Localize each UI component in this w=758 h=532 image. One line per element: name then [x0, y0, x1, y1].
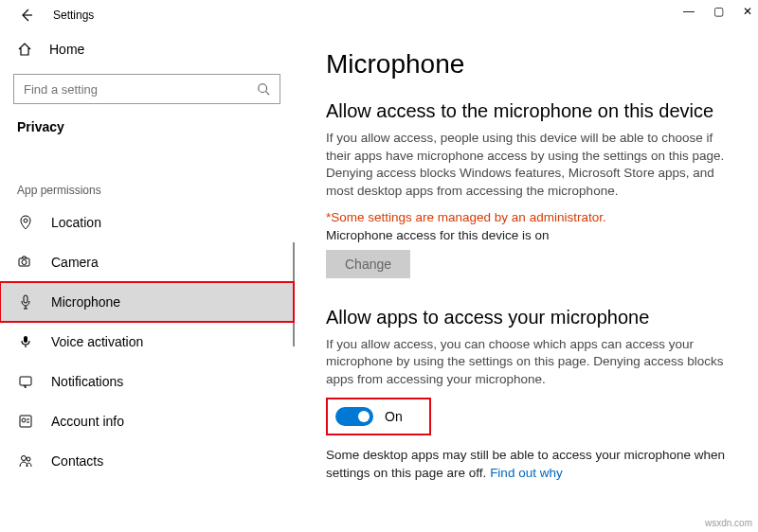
svg-point-0	[259, 84, 267, 93]
home-icon	[17, 42, 32, 57]
section-header: App permissions	[0, 174, 294, 203]
sidebar-item-label: Microphone	[51, 294, 120, 310]
device-access-status: Microphone access for this device is on	[326, 228, 726, 242]
toggle-state-label: On	[385, 409, 403, 424]
sidebar-item-label: Voice activation	[51, 334, 143, 349]
account-icon	[17, 414, 34, 429]
change-button[interactable]: Change	[326, 250, 410, 278]
apps-access-toggle[interactable]	[335, 407, 373, 426]
apps-access-toggle-wrap: On	[326, 398, 431, 435]
notification-icon	[17, 374, 34, 389]
sidebar-item-label: Contacts	[51, 453, 103, 469]
section1-body: If you allow access, people using this d…	[326, 130, 726, 201]
search-input-wrap[interactable]	[13, 74, 280, 104]
search-input[interactable]	[24, 82, 257, 97]
svg-point-1	[24, 219, 27, 222]
sidebar-item-label: Location	[51, 215, 101, 230]
sidebar-item-microphone[interactable]: Microphone	[0, 282, 294, 322]
section1-title: Allow access to the microphone on this d…	[326, 100, 726, 122]
home-link[interactable]: Home	[0, 30, 294, 68]
contacts-icon	[17, 453, 34, 469]
back-button[interactable]	[17, 8, 36, 23]
search-icon	[257, 82, 270, 96]
home-label: Home	[49, 42, 84, 57]
window-title: Settings	[53, 9, 94, 22]
svg-rect-6	[20, 377, 31, 385]
voice-icon	[17, 334, 34, 349]
svg-rect-5	[24, 336, 27, 343]
sidebar-item-label: Camera	[51, 255, 99, 270]
camera-icon	[17, 255, 34, 270]
microphone-icon	[17, 294, 34, 310]
close-button[interactable]: ✕	[743, 6, 752, 17]
svg-point-10	[27, 457, 30, 461]
sidebar-item-location[interactable]: Location	[0, 203, 294, 242]
sidebar-item-contacts[interactable]: Contacts	[0, 441, 294, 481]
sidebar-item-camera[interactable]: Camera	[0, 242, 294, 282]
page-title: Microphone	[326, 49, 726, 80]
find-out-why-link[interactable]: Find out why	[490, 466, 563, 480]
watermark: wsxdn.com	[705, 518, 752, 528]
minimize-button[interactable]: —	[683, 6, 695, 17]
category-header: Privacy	[0, 117, 294, 157]
maximize-button[interactable]: ▢	[713, 6, 724, 17]
sidebar-item-label: Notifications	[51, 374, 123, 389]
section2-body: If you allow access, you can choose whic…	[326, 336, 726, 389]
footer-text: Some desktop apps may still be able to a…	[326, 447, 726, 481]
section2-title: Allow apps to access your microphone	[326, 307, 726, 328]
svg-point-8	[22, 418, 26, 422]
sidebar-item-account-info[interactable]: Account info	[0, 401, 294, 441]
svg-point-9	[22, 456, 27, 461]
sidebar-item-notifications[interactable]: Notifications	[0, 362, 294, 401]
sidebar-item-label: Account info	[51, 414, 124, 429]
svg-point-3	[22, 260, 27, 265]
svg-rect-4	[24, 295, 27, 303]
sidebar-item-voice-activation[interactable]: Voice activation	[0, 322, 294, 362]
location-icon	[17, 215, 34, 230]
admin-warning: *Some settings are managed by an adminis…	[326, 210, 726, 224]
